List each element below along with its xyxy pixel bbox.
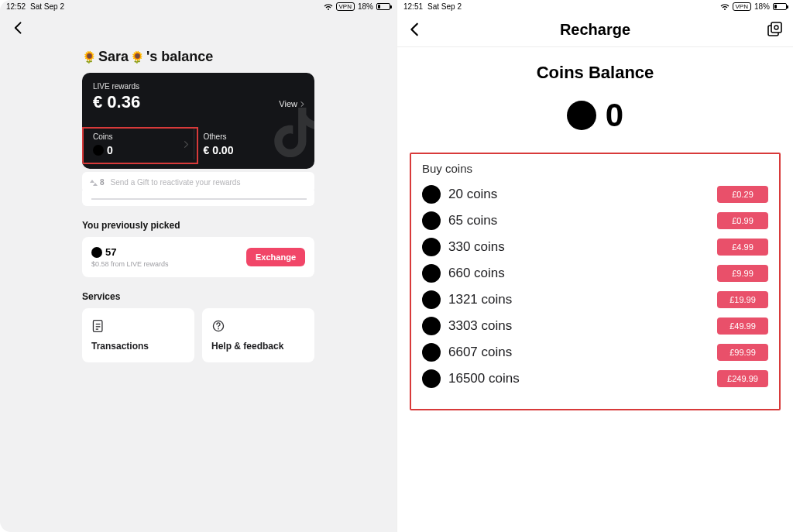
battery-icon [376, 3, 390, 10]
live-rewards-label: LIVE rewards [93, 82, 304, 91]
coins-cell[interactable]: Coins 0 [93, 128, 194, 160]
buy-pack-button[interactable]: £4.99 [717, 239, 768, 256]
status-time: 12:52 [6, 2, 26, 11]
title-name: Sara [98, 49, 129, 65]
coin-icon [422, 211, 441, 230]
status-date: Sat Sep 2 [30, 2, 64, 11]
others-value: € 0.00 [204, 144, 234, 156]
coin-pack-label: 65 coins [448, 213, 497, 228]
coin-pack-row: 16500 coins£249.99 [422, 366, 768, 392]
coin-icon [567, 101, 596, 130]
title-suffix: 's balance [146, 49, 213, 65]
rewards-card: LIVE rewards € 0.36 View Coins 0 Others [82, 73, 314, 169]
coin-icon [422, 185, 441, 204]
coin-pack-row: 20 coins£0.29 [422, 181, 768, 208]
gift-hint-row[interactable]: 8 Send a Gift to reactivate your rewards [82, 172, 314, 193]
buy-pack-button[interactable]: £49.99 [717, 317, 768, 335]
battery-icon [773, 3, 787, 10]
buy-pack-button[interactable]: £249.99 [717, 370, 768, 387]
picked-subtext: $0.58 from LIVE rewards [91, 260, 169, 268]
status-date: Sat Sep 2 [427, 2, 462, 11]
exchange-button[interactable]: Exchange [246, 248, 305, 266]
view-link[interactable]: View [279, 99, 305, 108]
coin-icon [422, 290, 441, 309]
coin-pack-row: 6607 coins£99.99 [422, 339, 768, 366]
coin-icon [93, 145, 104, 156]
coin-icon [91, 247, 102, 258]
coin-pack-row: 65 coins£0.99 [422, 208, 768, 234]
transaction-history-button[interactable] [767, 22, 782, 37]
coin-icon [422, 264, 441, 283]
coin-icon [422, 317, 441, 335]
coin-pack-row: 330 coins£4.99 [422, 234, 768, 260]
coin-pack-label: 660 coins [448, 266, 505, 281]
recharge-screen: 12:51 Sat Sep 2 VPN 18% Recharge Coins B… [396, 0, 793, 532]
status-bar-left: 12:52 Sat Sep 2 VPN 18% [0, 0, 396, 13]
buy-pack-button[interactable]: £99.99 [717, 344, 768, 361]
services-heading: Services [82, 291, 314, 302]
coin-icon [422, 369, 441, 388]
back-button[interactable] [407, 21, 424, 38]
battery-percent: 18% [754, 2, 770, 11]
help-feedback-card[interactable]: Help & feedback [202, 308, 314, 362]
sunflower-icon: 🌻 [130, 50, 145, 64]
coins-balance-heading: Coins Balance [397, 63, 793, 83]
buy-coins-title: Buy coins [422, 162, 768, 175]
buy-pack-button[interactable]: £0.99 [717, 212, 768, 229]
picked-amount: 57 [105, 246, 116, 258]
others-label: Others [204, 132, 304, 141]
coin-icon [422, 238, 441, 256]
previously-picked-card: 57 $0.58 from LIVE rewards Exchange [82, 237, 314, 277]
help-label: Help & feedback [211, 341, 305, 352]
vpn-badge: VPN [336, 2, 355, 11]
status-time: 12:51 [403, 2, 423, 11]
buy-pack-button[interactable]: £19.99 [717, 291, 768, 308]
coins-balance-value: 0 [606, 97, 623, 134]
coin-pack-row: 1321 coins£19.99 [422, 287, 768, 313]
coin-pack-row: 660 coins£9.99 [422, 260, 768, 287]
alert-icon [90, 179, 98, 187]
view-link-text: View [279, 99, 297, 108]
coin-pack-label: 6607 coins [448, 345, 512, 360]
transactions-label: Transactions [91, 341, 185, 352]
gift-count: 8 [90, 178, 105, 187]
buy-pack-button[interactable]: £0.29 [717, 186, 768, 203]
navbar-title: Recharge [560, 21, 630, 39]
sunflower-icon: 🌻 [82, 50, 97, 64]
coins-value: 0 [107, 144, 113, 156]
coin-icon [422, 343, 441, 362]
status-bar-right: 12:51 Sat Sep 2 VPN 18% [397, 0, 793, 13]
coin-pack-label: 3303 coins [448, 318, 512, 334]
page-title: 🌻 Sara 🌻 's balance [82, 49, 314, 65]
back-button[interactable] [11, 20, 26, 36]
coins-balance-display: 0 [397, 97, 793, 134]
navbar: Recharge [397, 13, 793, 47]
coin-pack-label: 1321 coins [448, 292, 512, 307]
others-cell[interactable]: Others € 0.00 [194, 128, 304, 160]
chevron-right-icon [300, 101, 305, 107]
wifi-icon [720, 3, 729, 10]
balance-screen: 12:52 Sat Sep 2 VPN 18% 🌻 Sara 🌻 's bala… [0, 0, 396, 532]
coin-pack-row: 3303 coins£49.99 [422, 313, 768, 339]
coins-label: Coins [93, 132, 194, 141]
buy-coins-section: Buy coins 20 coins£0.2965 coins£0.99330 … [410, 153, 781, 410]
wifi-icon [324, 3, 333, 10]
battery-percent: 18% [358, 2, 373, 11]
coin-pack-label: 16500 coins [448, 371, 520, 386]
transactions-card[interactable]: Transactions [82, 308, 194, 362]
buy-pack-button[interactable]: £9.99 [717, 265, 768, 282]
previously-picked-heading: You previously picked [82, 220, 314, 231]
chevron-right-icon [184, 140, 189, 149]
vpn-badge: VPN [733, 2, 751, 11]
gift-hint-text: Send a Gift to reactivate your rewards [111, 178, 241, 187]
coin-pack-label: 330 coins [448, 239, 505, 255]
document-icon [91, 319, 105, 333]
progress-underline [91, 190, 307, 200]
help-icon [211, 319, 225, 333]
coin-pack-label: 20 coins [448, 187, 497, 202]
